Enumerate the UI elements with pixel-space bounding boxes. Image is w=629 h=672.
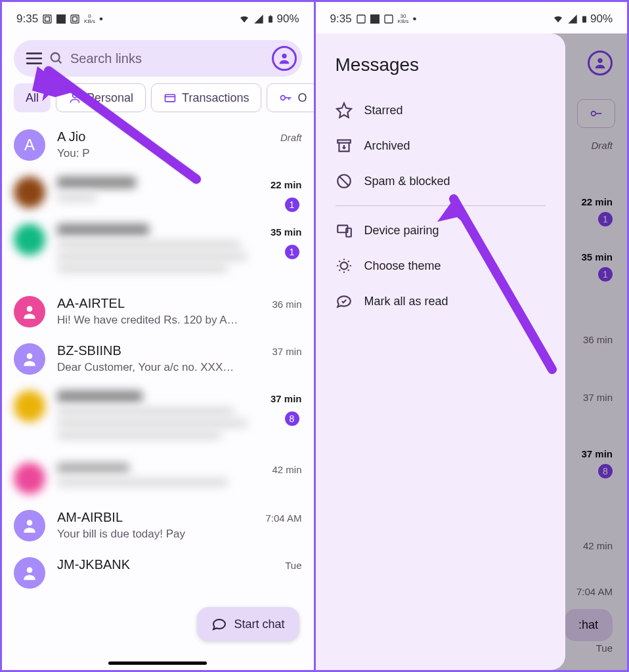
svg-point-13 bbox=[73, 93, 77, 98]
svg-rect-24 bbox=[370, 14, 380, 24]
status-icon bbox=[370, 14, 380, 24]
svg-point-16 bbox=[281, 96, 286, 100]
status-bar: 9:35 30KB/s • 90% bbox=[316, 2, 628, 33]
svg-rect-23 bbox=[357, 15, 365, 23]
svg-point-20 bbox=[27, 353, 33, 359]
wifi-icon bbox=[552, 14, 565, 24]
drawer-pairing[interactable]: Device pairing bbox=[324, 213, 557, 248]
markread-icon bbox=[336, 293, 353, 310]
svg-point-22 bbox=[27, 567, 33, 573]
avatar bbox=[14, 296, 45, 327]
status-dot: • bbox=[99, 12, 103, 26]
search-icon bbox=[49, 51, 64, 66]
status-time: 9:35 bbox=[330, 12, 352, 26]
avatar bbox=[14, 557, 45, 589]
chip-transactions[interactable]: Transactions bbox=[151, 83, 261, 112]
unread-badge: 1 bbox=[285, 245, 299, 259]
status-icon bbox=[42, 14, 53, 24]
conversation-item[interactable]: AM-AIRBIL7:04 AM Your bill is due today!… bbox=[2, 502, 314, 549]
conv-preview bbox=[57, 478, 228, 487]
status-icon bbox=[356, 14, 366, 24]
avatar bbox=[14, 177, 45, 208]
avatar bbox=[14, 224, 45, 255]
conv-time: 37 min bbox=[271, 393, 302, 404]
svg-rect-1 bbox=[45, 17, 50, 22]
conv-name: A Jio bbox=[57, 129, 85, 144]
conversation-item[interactable]: 42 min bbox=[2, 455, 314, 502]
conv-preview: Your bill is due today! Pay bbox=[57, 528, 241, 541]
hamburger-button[interactable] bbox=[23, 47, 45, 70]
conv-time: 36 min bbox=[272, 299, 301, 310]
svg-rect-6 bbox=[270, 16, 271, 17]
conv-name bbox=[57, 463, 129, 473]
theme-icon bbox=[336, 257, 353, 274]
svg-rect-25 bbox=[385, 15, 393, 23]
drawer-divider bbox=[336, 205, 546, 206]
drawer-spam[interactable]: Spam & blocked bbox=[324, 163, 557, 199]
svg-rect-0 bbox=[43, 15, 51, 23]
status-icon bbox=[70, 14, 80, 24]
svg-rect-26 bbox=[582, 16, 586, 23]
svg-rect-30 bbox=[337, 140, 351, 142]
status-kbps: 30KB/s bbox=[398, 14, 409, 24]
svg-point-21 bbox=[27, 520, 33, 526]
conv-time: 7:04 AM bbox=[265, 513, 301, 524]
conv-name bbox=[57, 390, 142, 402]
battery-icon bbox=[580, 13, 588, 25]
conversation-item[interactable]: 35 min 1 bbox=[2, 216, 314, 288]
signal-icon bbox=[253, 14, 265, 24]
search-bar[interactable]: Search links bbox=[14, 40, 302, 77]
status-time: 9:35 bbox=[16, 12, 38, 26]
start-chat-fab[interactable]: Start chat bbox=[197, 607, 299, 641]
conversation-item[interactable]: JM-JKBANKTue bbox=[2, 549, 314, 597]
conv-preview bbox=[57, 240, 241, 249]
profile-button[interactable] bbox=[272, 46, 297, 71]
chip-all[interactable]: All bbox=[14, 83, 51, 112]
conversation-item[interactable]: AA-AIRTEL36 min Hi! We have credited Rs.… bbox=[2, 288, 314, 335]
svg-point-12 bbox=[282, 54, 286, 58]
avatar bbox=[14, 343, 45, 375]
status-icon bbox=[56, 14, 66, 24]
svg-point-35 bbox=[340, 262, 347, 270]
chip-otp[interactable]: O bbox=[267, 83, 313, 112]
drawer-markread[interactable]: Mark all as read bbox=[324, 284, 557, 319]
avatar bbox=[14, 510, 45, 541]
conversation-list: A A JioDraft You: P 22 min 1 35 min bbox=[2, 121, 314, 597]
devices-icon bbox=[336, 222, 353, 239]
drawer-title: Messages bbox=[336, 54, 546, 75]
home-indicator[interactable] bbox=[108, 662, 207, 665]
svg-point-19 bbox=[27, 306, 33, 312]
chip-personal[interactable]: Personal bbox=[56, 83, 146, 112]
conv-name: JM-JKBANK bbox=[57, 557, 130, 572]
fab-label: Start chat bbox=[234, 618, 284, 631]
unread-badge: 1 bbox=[285, 198, 299, 212]
conversation-item[interactable]: 22 min 1 bbox=[2, 169, 314, 216]
conv-time: Draft bbox=[280, 132, 302, 143]
drawer-starred[interactable]: Starred bbox=[324, 93, 557, 128]
conv-preview bbox=[57, 407, 234, 416]
conv-name: AA-AIRTEL bbox=[57, 296, 125, 311]
svg-rect-5 bbox=[269, 16, 272, 23]
status-kbps: 0KB/s bbox=[84, 14, 95, 24]
conversation-item[interactable]: A A JioDraft You: P bbox=[2, 121, 314, 169]
conv-time: Tue bbox=[285, 560, 301, 571]
svg-point-10 bbox=[51, 53, 60, 62]
status-icon bbox=[383, 14, 394, 24]
svg-rect-3 bbox=[71, 15, 79, 23]
avatar: A bbox=[14, 129, 45, 161]
filter-chips: All Personal Transactions O bbox=[2, 83, 314, 112]
conv-time: 35 min bbox=[271, 226, 302, 238]
avatar bbox=[14, 390, 45, 422]
conversation-item[interactable]: 37 min 8 bbox=[2, 383, 314, 455]
status-bar: 9:35 0KB/s • 90% bbox=[2, 2, 314, 33]
battery-icon bbox=[267, 13, 274, 25]
phone-left: 9:35 0KB/s • 90% Search links All Person… bbox=[2, 2, 314, 670]
drawer-archived[interactable]: Archived bbox=[324, 128, 557, 163]
battery-pct: 90% bbox=[276, 12, 299, 26]
conv-preview: You: P bbox=[57, 147, 241, 160]
block-icon bbox=[336, 173, 353, 190]
conversation-item[interactable]: BZ-SBIINB37 min Dear Customer, Your a/c … bbox=[2, 335, 314, 383]
drawer-theme[interactable]: Choose theme bbox=[324, 248, 557, 284]
phone-right: 9:35 30KB/s • 90% Draft 22 min 1 35 min … bbox=[314, 2, 628, 670]
signal-icon bbox=[567, 14, 578, 24]
